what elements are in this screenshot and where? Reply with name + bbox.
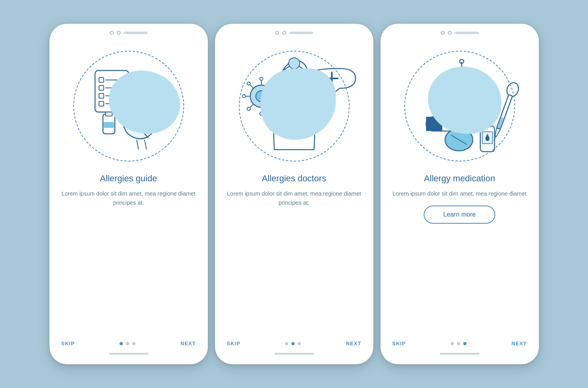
- screen-2-description: Lorem ipsum dolor sit dim amet, mea regi…: [227, 189, 362, 207]
- illustration-area-3: [396, 43, 523, 169]
- phone-1: Allergies guide Lorem ipsum dolor sit di…: [49, 24, 208, 364]
- notch-circle-6: [448, 31, 452, 35]
- nav-dot-3-3: [463, 342, 466, 345]
- phone-notch-2: [275, 31, 313, 35]
- dashed-circle-1: [73, 51, 184, 162]
- home-indicator-2: [274, 353, 314, 355]
- notch-bar-2: [289, 32, 313, 34]
- next-button-1[interactable]: NEXT: [181, 340, 196, 346]
- notch-circle-4: [282, 31, 286, 35]
- screen-2-title: Allergies doctors: [262, 173, 326, 184]
- illustration-area-2: [231, 43, 358, 169]
- skip-button-1[interactable]: SKIP: [61, 340, 75, 346]
- phone-notch-1: [110, 31, 148, 35]
- next-button-2[interactable]: NEXT: [346, 340, 362, 346]
- nav-dots-2: [285, 342, 301, 345]
- home-indicator-3: [440, 353, 480, 355]
- nav-dot-1-3: [132, 342, 135, 345]
- phone-1-content: Allergies guide Lorem ipsum dolor sit di…: [49, 169, 208, 340]
- phone-notch-3: [441, 31, 479, 35]
- learn-more-button[interactable]: Learn more: [424, 205, 496, 224]
- notch-bar-1: [124, 32, 148, 34]
- nav-dot-2-1: [285, 342, 288, 345]
- phone-1-nav: SKIP NEXT: [49, 340, 208, 346]
- dashed-circle-2: [239, 51, 350, 162]
- notch-circle-3: [275, 31, 279, 35]
- next-button-3[interactable]: NEXT: [512, 340, 527, 346]
- phone-2-nav: SKIP NEXT: [215, 340, 373, 346]
- phone-2-content: Allergies doctors Lorem ipsum dolor sit …: [215, 169, 373, 340]
- illustration-area-1: [65, 43, 192, 169]
- screen-3-description: Lorem ipsum dolor sit dim amet, mea regi…: [392, 189, 526, 198]
- phone-3: Allergy medication Lorem ipsum dolor sit…: [381, 24, 539, 364]
- phones-container: Allergies guide Lorem ipsum dolor sit di…: [49, 24, 539, 364]
- dashed-circle-3: [404, 51, 515, 162]
- notch-bar-3: [455, 32, 479, 34]
- nav-dots-1: [120, 342, 135, 345]
- phone-3-nav: SKIP NEXT: [381, 340, 539, 346]
- nav-dot-2-2: [291, 342, 295, 345]
- home-indicator-1: [109, 353, 148, 355]
- skip-button-3[interactable]: SKIP: [392, 340, 406, 346]
- notch-circle-1: [110, 31, 114, 35]
- nav-dot-1-1: [120, 342, 123, 345]
- phone-3-content: Allergy medication Lorem ipsum dolor sit…: [381, 169, 539, 340]
- skip-button-2[interactable]: SKIP: [227, 340, 240, 346]
- nav-dots-3: [451, 342, 466, 345]
- nav-dot-1-2: [126, 342, 129, 345]
- screen-1-title: Allergies guide: [100, 173, 157, 184]
- notch-circle-5: [441, 31, 445, 35]
- screen-1-description: Lorem ipsum dolor sit dim amet, mea regi…: [61, 189, 196, 207]
- nav-dot-2-3: [298, 342, 301, 345]
- notch-circle-2: [117, 31, 121, 35]
- screen-3-title: Allergy medication: [424, 173, 495, 184]
- phone-2: Allergies doctors Lorem ipsum dolor sit …: [215, 24, 373, 364]
- nav-dot-3-1: [451, 342, 454, 345]
- nav-dot-3-2: [457, 342, 460, 345]
